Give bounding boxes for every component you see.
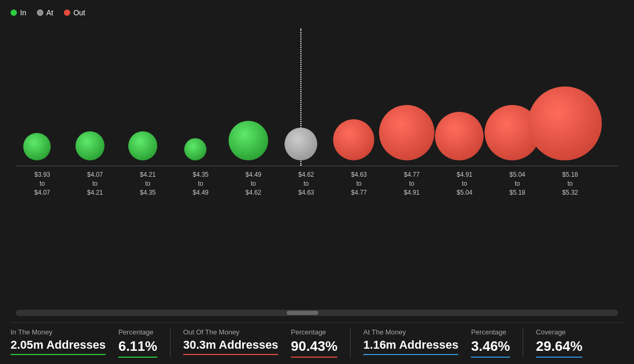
bubble-col-0 xyxy=(11,28,63,166)
stats-row: In The Money2.05m AddressesPercentage6.1… xyxy=(11,322,623,364)
bubble-1 xyxy=(75,131,105,160)
stat-underline-2 xyxy=(183,354,278,355)
stat-label-0: In The Money xyxy=(11,328,106,336)
chart-area: $3.93to$4.07$4.07to$4.21$4.21to$4.35$4.3… xyxy=(11,28,623,305)
stat-group-2: Out Of The Money30.3m Addresses xyxy=(183,328,291,358)
bubble-col-7 xyxy=(380,28,433,166)
stat-group-6: Coverage29.64% xyxy=(536,328,595,358)
scrollbar[interactable] xyxy=(16,310,618,316)
stat-label-5: Percentage xyxy=(471,328,510,336)
bubble-col-9 xyxy=(486,28,538,166)
x-label-9: $5.04to$5.18 xyxy=(491,170,544,197)
bubble-2 xyxy=(128,131,157,160)
x-label-10: $5.18to$5.32 xyxy=(544,170,597,197)
main-container: In At Out $3.93to$4.07$4.07to$4.21$4.21t… xyxy=(0,0,634,364)
stat-underline-0 xyxy=(11,354,106,355)
stat-group-0: In The Money2.05m Addresses xyxy=(11,328,118,358)
legend-at-label: At xyxy=(46,8,53,17)
in-dot xyxy=(11,9,17,16)
x-label-1: $4.07to$4.21 xyxy=(69,170,121,197)
bubble-col-8 xyxy=(433,28,486,166)
bubble-0 xyxy=(23,133,51,160)
stat-label-4: At The Money xyxy=(363,328,458,336)
bubble-8 xyxy=(435,112,484,160)
stat-group-5: Percentage3.46% xyxy=(471,328,523,358)
stat-value-4: 1.16m Addresses xyxy=(363,338,458,352)
x-label-5: $4.62to$4.63 xyxy=(280,170,333,197)
stat-underline-6 xyxy=(536,357,582,358)
bubble-col-4 xyxy=(222,28,275,166)
x-label-3: $4.35to$4.49 xyxy=(174,170,227,197)
bubble-3 xyxy=(184,138,206,160)
bubble-6 xyxy=(333,119,374,160)
stat-label-3: Percentage xyxy=(291,328,337,336)
stat-value-5: 3.46% xyxy=(471,338,510,355)
stat-group-1: Percentage6.11% xyxy=(118,328,170,358)
bubble-col-2 xyxy=(116,28,169,166)
stat-group-3: Percentage90.43% xyxy=(291,328,350,358)
x-axis-line xyxy=(16,166,618,166)
bubble-col-1 xyxy=(63,28,116,166)
bubble-col-3 xyxy=(169,28,222,166)
bubble-5 xyxy=(285,128,317,160)
legend-out: Out xyxy=(64,8,86,17)
at-dot xyxy=(37,9,43,16)
scrollbar-thumb[interactable] xyxy=(287,311,318,315)
stat-group-4: At The Money1.16m Addresses xyxy=(363,328,471,358)
stat-label-2: Out Of The Money xyxy=(183,328,278,336)
stat-value-6: 29.64% xyxy=(536,338,582,355)
x-label-4: $4.49to$4.62 xyxy=(227,170,280,197)
stat-underline-4 xyxy=(363,354,458,355)
stat-value-1: 6.11% xyxy=(118,338,157,355)
stat-underline-5 xyxy=(471,357,510,358)
legend-in: In xyxy=(11,8,26,17)
x-label-7: $4.77to$4.91 xyxy=(385,170,438,197)
out-dot xyxy=(64,9,70,16)
bubble-10 xyxy=(528,87,602,160)
stat-divider-1 xyxy=(170,328,171,358)
x-label-2: $4.21to$4.35 xyxy=(121,170,174,197)
bubbles-wrapper xyxy=(11,28,623,166)
stat-underline-3 xyxy=(291,357,337,358)
bubble-col-5 xyxy=(275,28,327,166)
stat-label-1: Percentage xyxy=(118,328,157,336)
legend-out-label: Out xyxy=(73,8,86,17)
legend-in-label: In xyxy=(20,8,26,17)
x-axis-labels: $3.93to$4.07$4.07to$4.21$4.21to$4.35$4.3… xyxy=(11,170,623,197)
stat-divider-3 xyxy=(350,328,351,358)
x-label-8: $4.91to$5.04 xyxy=(438,170,491,197)
x-label-0: $3.93to$4.07 xyxy=(16,170,69,197)
bubble-7 xyxy=(379,105,434,160)
stat-value-0: 2.05m Addresses xyxy=(11,338,106,352)
legend: In At Out xyxy=(11,8,623,17)
x-label-6: $4.63to$4.77 xyxy=(333,170,385,197)
bubble-col-6 xyxy=(327,28,380,166)
stat-value-2: 30.3m Addresses xyxy=(183,338,278,352)
stat-label-6: Coverage xyxy=(536,328,582,336)
stat-value-3: 90.43% xyxy=(291,338,337,355)
bubble-4 xyxy=(229,121,268,160)
stat-underline-1 xyxy=(118,357,157,358)
stat-divider-5 xyxy=(523,328,523,358)
bubble-col-10 xyxy=(538,28,591,166)
legend-at: At xyxy=(37,8,53,17)
